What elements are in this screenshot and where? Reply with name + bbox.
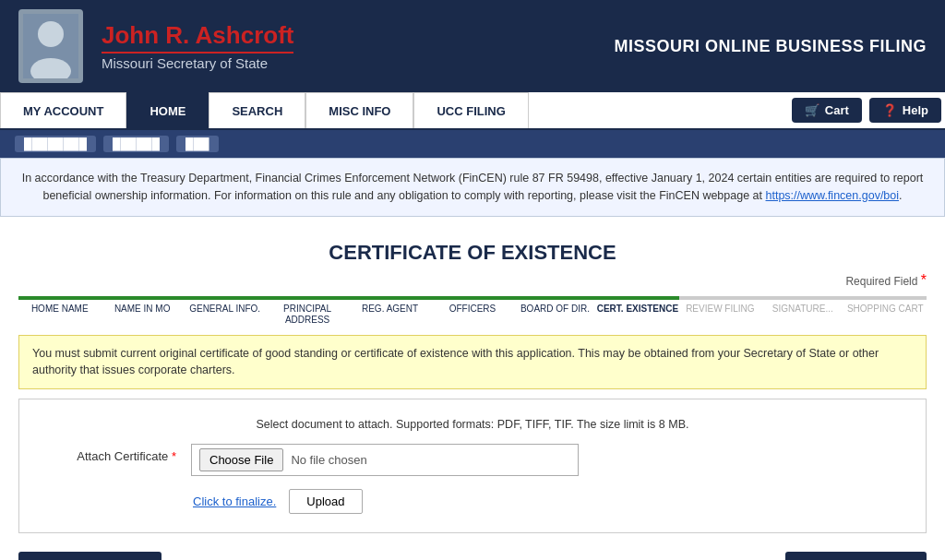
nav-ucc-filing[interactable]: UCC FILING <box>413 92 528 128</box>
name-decoration: John R. Ashcroft <box>102 21 293 54</box>
progress-bar: HOME NAME NAME IN MO GENERAL INFO. PRINC… <box>18 296 927 326</box>
form-section: Select document to attach. Supported for… <box>18 399 927 533</box>
svg-point-1 <box>38 21 64 47</box>
breadcrumb-1[interactable]: ████████ <box>15 136 96 152</box>
secretary-name: John R. Ashcroft <box>102 21 595 54</box>
nav-misc-info[interactable]: MISC INFO <box>305 92 413 128</box>
upload-button[interactable]: Upload <box>289 489 362 514</box>
step-officers: OFFICERS <box>431 296 513 326</box>
alert-text: You must submit current original certifi… <box>32 347 879 377</box>
main-nav: MY ACCOUNT HOME SEARCH MISC INFO UCC FIL… <box>0 92 945 130</box>
alert-box: You must submit current original certifi… <box>18 335 927 390</box>
breadcrumb-2[interactable]: ██████ <box>103 136 169 152</box>
fincen-link[interactable]: https://www.fincen.gov/boi <box>766 189 900 202</box>
header-text: John R. Ashcroft Missouri Secretary of S… <box>102 21 595 71</box>
cart-label: Cart <box>825 103 849 117</box>
avatar <box>18 9 83 83</box>
breadcrumb-bar: ████████ ██████ ███ <box>0 130 945 158</box>
finalize-row: Click to finalize. Upload <box>193 489 898 514</box>
step-cert-existence: CERT. EXISTENCE <box>596 296 678 326</box>
file-input-wrapper: Choose File No file chosen <box>191 444 579 476</box>
required-note: Required Field * <box>18 272 927 289</box>
step-signature: SIGNATURE... <box>761 296 843 326</box>
attach-required: * <box>172 449 176 463</box>
bottom-nav: PREVIOUS: BOARD OF DIR. NEXT: REVIEW FIL… <box>18 552 927 560</box>
step-home-name: HOME NAME <box>18 296 101 326</box>
choose-file-button[interactable]: Choose File <box>199 448 283 471</box>
previous-button[interactable]: PREVIOUS: BOARD OF DIR. <box>18 552 161 560</box>
secretary-title: Missouri Secretary of State <box>102 55 595 71</box>
site-title: MISSOURI ONLINE BUSINESS FILING <box>614 37 927 56</box>
step-reg-agent: REG. AGENT <box>349 296 431 326</box>
cart-button[interactable]: 🛒 Cart <box>792 98 862 123</box>
header: John R. Ashcroft Missouri Secretary of S… <box>0 0 945 92</box>
help-icon: ❓ <box>882 103 897 117</box>
help-button[interactable]: ❓ Help <box>869 98 941 123</box>
main-content: CERTIFICATE OF EXISTENCE Required Field … <box>0 217 945 561</box>
next-button[interactable]: NEXT: REVIEW FILING <box>785 552 927 560</box>
help-label: Help <box>903 103 928 117</box>
breadcrumb-3[interactable]: ███ <box>176 136 219 152</box>
nav-home[interactable]: HOME <box>126 92 209 128</box>
nav-search[interactable]: SEARCH <box>209 92 305 128</box>
step-name-in-mo: NAME IN MO <box>101 296 183 326</box>
step-shopping-cart: SHOPPING CART <box>844 296 927 326</box>
finalize-link[interactable]: Click to finalize. <box>193 494 276 508</box>
cart-icon: 🛒 <box>805 103 819 117</box>
attach-certificate-row: Attach Certificate * Choose File No file… <box>47 444 898 476</box>
page-title: CERTIFICATE OF EXISTENCE <box>18 241 927 265</box>
fincen-notice: In accordance with the Treasury Departme… <box>0 158 945 217</box>
step-principal-address: PRINCIPAL ADDRESS <box>266 296 348 326</box>
required-asterisk: * <box>921 272 927 288</box>
nav-my-account[interactable]: MY ACCOUNT <box>0 92 126 128</box>
no-file-text: No file chosen <box>291 453 366 467</box>
doc-hint: Select document to attach. Supported for… <box>47 418 898 431</box>
step-general-info: GENERAL INFO. <box>184 296 266 326</box>
step-board-of-dir: BOARD OF DIR. <box>514 296 596 326</box>
attach-label: Attach Certificate * <box>47 444 176 463</box>
step-review-filing: REVIEW FILING <box>679 296 761 326</box>
